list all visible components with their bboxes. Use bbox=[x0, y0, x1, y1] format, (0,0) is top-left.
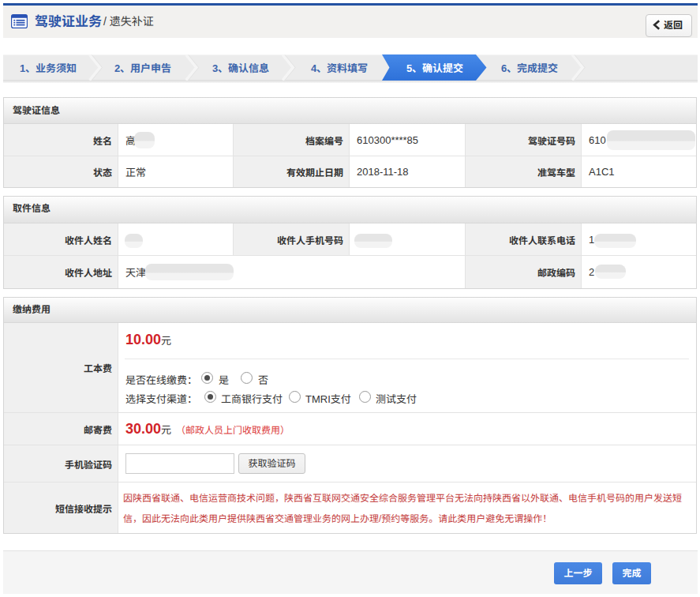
svg-text:2、用户申告: 2、用户申告 bbox=[114, 62, 171, 74]
svg-text:3、确认信息: 3、确认信息 bbox=[212, 62, 269, 74]
svg-text:4、资料填写: 4、资料填写 bbox=[311, 62, 368, 74]
svg-text:1、业务须知: 1、业务须知 bbox=[20, 62, 77, 74]
svg-text:6、完成提交: 6、完成提交 bbox=[501, 62, 558, 74]
svg-text:5、确认提交: 5、确认提交 bbox=[406, 62, 463, 74]
